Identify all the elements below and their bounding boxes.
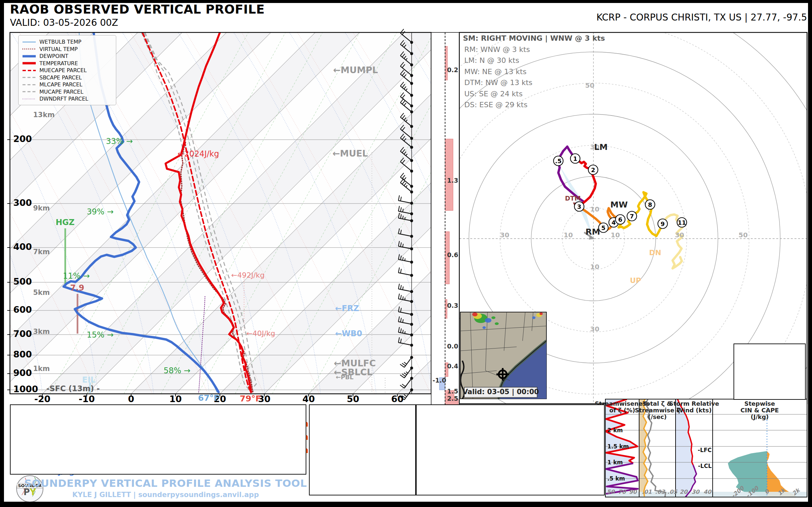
legend-item: TEMPERATURE — [22, 60, 113, 67]
hodo-info-line: DS: ESE @ 29 kts — [464, 101, 527, 109]
kinematics-box — [416, 404, 605, 495]
lapse-label: 7.9 — [70, 284, 85, 292]
rm-label: RM — [586, 228, 600, 236]
pbl-label: ←PBL — [336, 374, 353, 381]
pressure-tick: 400 — [13, 242, 32, 251]
legend-item: SBCAPE PARCEL — [22, 74, 113, 81]
inset-xtick: 50 — [607, 489, 615, 495]
cape6-label: ←492J/kg — [231, 271, 265, 279]
temp-tick: 10 — [169, 394, 182, 404]
ring-label: 10 — [564, 232, 573, 239]
eil-label: EIL — [82, 376, 96, 384]
pressure-tick: 1000 — [13, 385, 38, 394]
inset-title: Streamwise ζ — [635, 407, 680, 414]
mw-label: MW — [610, 201, 627, 209]
inset-xtick: 90 — [629, 489, 637, 495]
hodo-info-line: US: SE @ 24 kts — [464, 90, 522, 98]
cape3-label: ←40J/kg — [246, 330, 275, 337]
svg-text:9: 9 — [661, 220, 665, 227]
omega-value: 1.5 — [447, 388, 458, 395]
omega-value: 0.0 — [447, 343, 458, 350]
legend-item: DEWPOINT — [22, 53, 113, 60]
svg-text:8: 8 — [648, 201, 652, 208]
legend-label: MUCAPE PARCEL — [39, 89, 84, 95]
page-title: RAOB OBSERVED VERTICAL PROFILE — [10, 3, 265, 16]
omega-value: 0.4 — [447, 363, 458, 370]
skewt-legend: WETBULB TEMPVIRTUAL TEMPDEWPOINTTEMPERAT… — [18, 35, 116, 105]
mumpl-label: ←MUMPL — [333, 65, 378, 75]
inset-xtick: 30 — [692, 489, 699, 495]
svg-text:5: 5 — [601, 224, 606, 231]
ring-label: 30 — [500, 232, 509, 239]
inset-xtick: 70 — [618, 489, 626, 495]
valid-time: VALID: 03-05-2026 00Z — [10, 18, 118, 27]
rh-33: 33% → — [106, 137, 133, 146]
omega-value: 1.3 — [447, 177, 458, 184]
footer-title: SOUNDERPY VERTICAL PROFILE ANALYSIS TOOL — [24, 478, 307, 489]
svg-text:7: 7 — [630, 213, 634, 220]
rh-11: 11% → — [63, 272, 90, 280]
omega-value: 0.6 — [447, 252, 458, 259]
legend-item: WETBULB TEMP — [22, 38, 113, 46]
inset-title: Total ζ & — [643, 400, 672, 407]
svg-text:4: 4 — [612, 219, 616, 226]
sfc-label: -SFC (13m) - — [46, 385, 100, 393]
cape-label: ←2024J/kg — [177, 150, 219, 158]
radar-map-inset — [460, 312, 546, 399]
ring-label: 10 — [590, 264, 599, 270]
inset-title: of ζ (%) — [609, 407, 635, 414]
legend-item: DWNDRFT PARCEL — [22, 95, 113, 103]
pressure-tick: 700 — [13, 329, 32, 339]
inset-title: Storm Relative — [669, 400, 719, 407]
svg-text:.5: .5 — [555, 158, 561, 165]
ring-label: 30 — [675, 232, 684, 239]
dn-label: DN — [649, 249, 661, 257]
temp-tick: 60 — [391, 394, 404, 404]
temp-tick: 50 — [347, 394, 359, 404]
pressure-tick: 600 — [13, 305, 32, 315]
footer-subtitle: KYLE J GILLETT | sounderpysoundings.anvi… — [72, 491, 259, 498]
omega-bar — [445, 46, 447, 80]
ring-label: 30 — [590, 326, 599, 333]
height-label: 7km — [33, 248, 50, 256]
legend-label: MLCAPE PARCEL — [39, 81, 83, 88]
rh-58: 58% → — [164, 367, 190, 375]
inset-ylabel: 1 km — [607, 460, 623, 466]
srh-summary-box — [733, 343, 806, 400]
legend-item: MUCAPE PARCEL — [22, 89, 113, 96]
ring-label: 50 — [739, 232, 748, 239]
svg-text:6: 6 — [618, 216, 622, 223]
inset-title: Wind (kts) — [676, 407, 712, 414]
inset-ylabel: 2 km — [607, 428, 623, 434]
omega-bar — [445, 139, 453, 211]
inset-title: (J/kg) — [751, 414, 769, 420]
frz-label: ←FRZ — [335, 304, 359, 313]
pressure-tick: 800 — [13, 350, 32, 359]
hodo-info-line: SM: RIGHT MOVING | WNW @ 3 kts — [463, 35, 605, 42]
sfc-dewpoint-f: 67°F — [198, 394, 219, 402]
muel-label: ←MUEL — [333, 149, 368, 158]
wb0-label: ←WB0 — [335, 330, 362, 338]
svg-text:3: 3 — [577, 203, 581, 210]
legend-label: DEWPOINT — [39, 53, 68, 59]
temp-tick: 0 — [128, 394, 135, 404]
station-title: KCRP - CORPUS CHRISTI, TX US | 27.77, -9… — [596, 13, 807, 22]
inset-xtick: .01 — [642, 489, 652, 495]
rh-15: 15% → — [87, 331, 114, 339]
legend-label: MUECAPE PARCEL — [39, 67, 87, 73]
rh-39: 39% → — [87, 208, 114, 216]
height-label: 13km — [33, 111, 55, 118]
legend-label: VIRTUAL TEMP — [39, 46, 78, 52]
up-label: UP — [630, 277, 641, 284]
inset-title: (/sec) — [648, 414, 667, 420]
sfc-temp-f: 79°F — [240, 394, 261, 403]
inset-xtick: 40 — [703, 489, 711, 495]
omega-value: 0.3 — [447, 302, 458, 309]
hodo-info-line: MW: NE @ 13 kts — [464, 68, 526, 75]
inset-level-label: -LFC — [698, 447, 712, 453]
omega-value: 2.5 — [447, 395, 458, 402]
pressure-tick: 200 — [13, 134, 32, 144]
hodo-info-line: RM: WNW @ 3 kts — [464, 46, 530, 53]
legend-item: VIRTUAL TEMP — [22, 46, 113, 53]
lm-label: LM — [594, 143, 608, 152]
